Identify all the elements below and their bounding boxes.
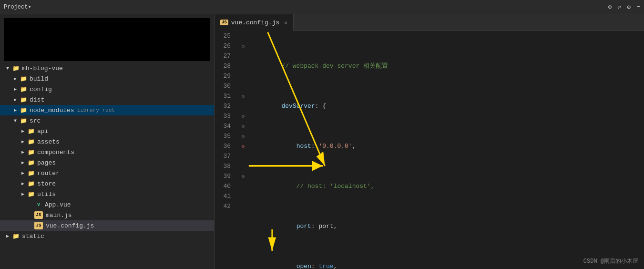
tree-item-assets[interactable]: ▶ 📁 assets [0,136,214,147]
tab-bar: JS vue.config.js ✕ [215,14,644,31]
line-num-29: 29 [215,71,235,81]
tree-item-vue-config-js[interactable]: JS vue.config.js [0,220,214,231]
code-line-27: host: '0.0.0.0', [248,141,644,151]
expand-arrow: ▶ [19,181,27,186]
tree-label: vue.config.js [46,222,94,229]
gutter-37 [238,151,248,161]
line-num-35: 35 [215,131,235,141]
settings-icon[interactable]: ⚙ [627,3,631,11]
line-num-38: 38 [215,161,235,171]
tab-close-button[interactable]: ✕ [284,20,287,26]
line-num-30: 30 [215,81,235,91]
add-icon[interactable]: ⊕ [608,3,612,11]
tree-label: App.vue [45,201,71,208]
minimize-icon[interactable]: − [636,3,640,11]
folder-icon: 📁 [27,190,35,198]
expand-arrow: ▼ [11,118,19,124]
code-line-25: // webpack-dev-server 相关配置 [248,61,644,71]
folder-icon: 📁 [11,64,20,72]
line-num-37: 37 [215,151,235,161]
expand-arrow: ▶ [19,128,27,134]
expand-arrow: ▶ [11,76,19,82]
tree-label: build [30,75,48,83]
tree-item-main-js[interactable]: JS main.js [0,210,214,220]
tree-item-router[interactable]: ▶ 📁 router [0,168,214,178]
tree-label: store [37,180,56,187]
tab-file-icon: JS [220,20,228,25]
expand-arrow: ▶ [11,86,19,92]
tab-vue-config-js[interactable]: JS vue.config.js ✕ [215,14,294,31]
tree-label: config [30,86,52,93]
folder-icon: 📁 [19,117,28,124]
tree-label: api [37,128,48,135]
line-num-34: 34 [215,121,235,131]
tree-item-components[interactable]: ▶ 📁 components [0,147,214,157]
code-27: host: '0.0.0.0', [252,141,356,151]
title-bar: Project ▾ ⊕ ⇌ ⚙ − [0,0,644,14]
tree-item-node-modules[interactable]: ▶ 📁 node_modules library root [0,105,214,115]
gutter-fold-26[interactable]: ⊖ [238,41,248,51]
tree-item-mh-blog-vue[interactable]: ▼ 📁 mh-blog-vue [0,63,214,73]
line-num-25: 25 [215,31,235,41]
sync-icon[interactable]: ⇌ [618,3,622,11]
gutter-fold-31[interactable]: ⊖ [238,91,248,101]
code-26: devServer: { [252,101,326,111]
tree-label: components [37,149,74,156]
code-area: 25 26 27 28 29 30 31 32 33 34 35 36 37 3… [215,31,644,269]
line-num-27: 27 [215,51,235,61]
comment-25: // webpack-dev-server 相关配置 [252,61,388,71]
tree-item-src[interactable]: ▼ 📁 src [0,115,214,126]
main-layout: ▼ 📁 mh-blog-vue ▶ 📁 build ▶ 📁 config ▶ 📁… [0,14,644,269]
tree-label: src [30,117,41,124]
expand-arrow: ▶ [4,233,11,239]
folder-icon: 📁 [27,159,35,166]
tree-label: main.js [46,212,72,219]
line-num-36: 36 [215,141,235,151]
expand-arrow: ▶ [19,149,27,155]
folder-icon: 📁 [27,169,35,177]
folder-icon: 📁 [27,138,35,145]
folder-icon: 📁 [27,148,35,156]
tree-item-store[interactable]: ▶ 📁 store [0,178,214,189]
line-num-42: 42 [215,201,235,211]
code-line-29: port: port, [248,221,644,231]
tree-item-pages[interactable]: ▶ 📁 pages [0,157,214,168]
js-icon: JS [34,222,43,229]
folder-icon: 📁 [19,96,28,103]
expand-arrow: ▼ [4,66,11,71]
tree-label: static [22,233,44,240]
tree-label: utils [37,191,56,198]
tree-item-build[interactable]: ▶ 📁 build [0,73,214,84]
gutter-28 [238,61,248,71]
gutter-fold-33[interactable]: ⊖ [238,111,248,121]
tree-badge: library root [77,107,115,113]
gutter-41 [238,191,248,201]
gutter-fold-35[interactable]: ⊖ [238,131,248,141]
gutter-fold-36[interactable]: ⊖ [238,141,248,151]
gutter-29 [238,71,248,81]
tree-item-api[interactable]: ▶ 📁 api [0,126,214,136]
folder-icon: 📁 [27,180,35,187]
folder-icon: 📁 [27,127,35,135]
line-num-33: 33 [215,111,235,121]
tree-item-app-vue[interactable]: V App.vue [0,199,214,210]
tree-item-config[interactable]: ▶ 📁 config [0,84,214,94]
folder-icon: 📁 [19,106,28,114]
tree-item-utils[interactable]: ▶ 📁 utils [0,189,214,199]
expand-arrow: ▶ [11,107,19,113]
title-bar-text: Project [4,4,28,10]
gutter-fold-39[interactable]: ⊖ [238,171,248,181]
code-line-28: // host: 'localhost', [248,181,644,191]
code-line-26: devServer: { [248,101,644,111]
watermark: CSDN @雨后的小木屋 [583,257,638,265]
folder-icon: 📁 [19,75,28,83]
gutter-27 [238,51,248,61]
gutter-fold-34[interactable]: ⊖ [238,121,248,131]
code-lines: // webpack-dev-server 相关配置 devServer: { … [248,31,644,269]
tree-item-static[interactable]: ▶ 📁 static [0,231,214,241]
tree-item-dist[interactable]: ▶ 📁 dist [0,94,214,105]
gutter-25 [238,31,248,41]
expand-arrow: ▶ [19,170,27,176]
line-num-39: 39 [215,171,235,181]
folder-icon: 📁 [11,232,20,240]
